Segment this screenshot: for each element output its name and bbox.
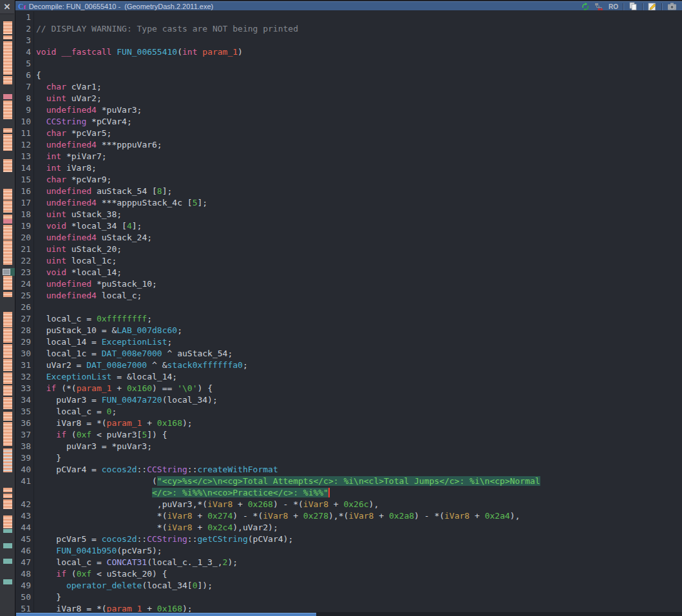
read-only-toggle[interactable]: RO (609, 3, 618, 10)
marker-pink[interactable] (3, 219, 12, 224)
marker-salmon[interactable] (3, 488, 12, 492)
marker-salmon[interactable] (3, 225, 12, 240)
code-line[interactable]: 50 } (15, 592, 682, 603)
close-icon[interactable]: ✕ (0, 0, 14, 14)
code-line[interactable]: 38 puVar3 = *puVar3; (15, 441, 682, 452)
code-line[interactable]: 45 pcVar5 = cocos2d::CCString::getCStrin… (15, 534, 682, 545)
marker-teal[interactable] (3, 529, 12, 533)
code-line[interactable]: 46 FUN_0041b950(pcVar5); (15, 545, 682, 557)
marker-salmon[interactable] (3, 240, 12, 265)
code-line[interactable]: 41 ("<cy>%s</c>\n<cg>Total Attempts</c>:… (15, 476, 682, 487)
code-line[interactable]: 5 (15, 58, 682, 70)
marker-salmonLight[interactable] (3, 448, 12, 472)
code-line[interactable]: 51 iVar8 = *(param_1 + 0x168); (15, 603, 682, 612)
marker-salmon[interactable] (3, 515, 12, 528)
graph-icon[interactable] (594, 3, 604, 11)
marker-salmon[interactable] (3, 372, 12, 384)
code-line[interactable]: 8 uint uVar2; (15, 93, 682, 104)
scrollbar-thumb[interactable] (16, 613, 316, 616)
marker-salmon[interactable] (3, 134, 12, 151)
code-line[interactable]: 29 local_14 = ExceptionList; (15, 336, 682, 348)
code-line[interactable]: 47 local_c = CONCAT31(local_c._1_3_,2); (15, 557, 682, 568)
edit-icon[interactable] (648, 2, 657, 11)
code-line[interactable]: 24 undefined *puStack_10; (15, 278, 682, 290)
code-line[interactable]: 49 operator_delete(local_34[0]); (15, 580, 682, 592)
code-line[interactable]: 43 *(iVar8 + 0x274) - *(iVar8 + 0x278),*… (15, 510, 682, 522)
marker-salmon[interactable] (3, 189, 12, 200)
marker-salmon[interactable] (3, 412, 12, 421)
marker-salmon[interactable] (3, 101, 12, 119)
code-line[interactable]: 34 puVar3 = FUN_0047a720(local_34); (15, 394, 682, 406)
code-line[interactable]: 42 ,puVar3,*(iVar8 + 0x268) - *(iVar8 + … (15, 499, 682, 510)
marker-salmon[interactable] (3, 21, 12, 34)
code-line[interactable]: 22 uint local_1c; (15, 255, 682, 267)
code-line[interactable]: 33 if (*(param_1 + 0x160) == '\0') { (15, 383, 682, 394)
marker-salmon[interactable] (3, 385, 12, 396)
code-line[interactable]: 13 int *piVar7; (15, 151, 682, 162)
marker-salmon[interactable] (3, 499, 12, 509)
code-line[interactable]: 15 char *pcVar9; (15, 174, 682, 186)
marker-pink[interactable] (3, 94, 12, 99)
marker-view[interactable] (10, 268, 15, 276)
marker-thumb[interactable] (3, 269, 10, 275)
decompiled-code[interactable]: 12// DISPLAY WARNING: Type casts are NOT… (15, 10, 682, 612)
code-line[interactable]: 48 if (0xf < uStack_20) { (15, 568, 682, 580)
code-line[interactable]: 25 undefined4 local_c; (15, 290, 682, 302)
marker-teal[interactable] (3, 579, 12, 584)
code-line[interactable]: 27 local_c = 0xffffffff; (15, 313, 682, 325)
horizontal-scrollbar[interactable] (15, 612, 682, 616)
code-line[interactable]: 23 void *local_14; (15, 267, 682, 278)
marker-salmon[interactable] (3, 494, 12, 498)
marker-salmon[interactable] (3, 312, 12, 327)
marker-salmon[interactable] (3, 397, 12, 409)
code-line[interactable]: 14 int iVar8; (15, 162, 682, 174)
code-line[interactable]: 4void __fastcall FUN_00655410(int param_… (15, 46, 682, 58)
code-line[interactable]: 39 } (15, 452, 682, 464)
code-line[interactable]: 37 if (0xf < puVar3[5]) { (15, 429, 682, 441)
code-line[interactable]: 16 undefined auStack_54 [8]; (15, 186, 682, 197)
marker-salmon[interactable] (3, 344, 12, 358)
marker-salmon[interactable] (3, 422, 12, 446)
code-line[interactable]: 17 undefined4 ***apppuStack_4c [5]; (15, 197, 682, 209)
code-line[interactable]: 20 undefined4 uStack_24; (15, 232, 682, 244)
code-line[interactable]: </c>: %i%%\n<co>Practice</c>: %i%%" (15, 487, 682, 499)
code-line[interactable]: 12 undefined4 ***pppuVar6; (15, 139, 682, 151)
code-line[interactable]: 1 (15, 12, 682, 23)
code-line[interactable]: 9 undefined4 *puVar3; (15, 104, 682, 116)
marker-teal[interactable] (3, 543, 12, 548)
code-line[interactable]: 21 uint uStack_20; (15, 244, 682, 255)
code-line[interactable]: 7 char cVar1; (15, 81, 682, 93)
code-line[interactable]: 28 puStack_10 = &LAB_007d8c60; (15, 325, 682, 336)
code-line[interactable]: 10 CCString *pCVar4; (15, 116, 682, 128)
marker-salmon[interactable] (3, 276, 12, 290)
code-line[interactable]: 44 *(iVar8 + 0x2c4),uVar2); (15, 522, 682, 534)
marker-salmon[interactable] (3, 76, 12, 84)
marker-salmon[interactable] (3, 328, 12, 343)
code-line[interactable]: 2// DISPLAY WARNING: Type casts are NOT … (15, 23, 682, 35)
marker-salmon[interactable] (3, 128, 12, 133)
marker-salmon[interactable] (3, 200, 12, 213)
code-line[interactable]: 32 ExceptionList = &local_14; (15, 371, 682, 383)
code-line[interactable]: 19 void *local_34 [4]; (15, 220, 682, 232)
snapshot-icon[interactable] (667, 3, 677, 10)
code-line[interactable]: 3 (15, 35, 682, 46)
marker-salmon[interactable] (3, 292, 12, 297)
code-line[interactable]: 18 uint uStack_38; (15, 209, 682, 220)
code-line[interactable]: 6{ (15, 70, 682, 81)
code-line[interactable]: 11 char *pcVar5; (15, 128, 682, 139)
marker-salmon[interactable] (3, 215, 12, 219)
code-line[interactable]: 30 local_1c = DAT_008e7000 ^ auStack_54; (15, 348, 682, 360)
marker-teal[interactable] (3, 559, 12, 564)
refresh-icon[interactable] (581, 3, 590, 11)
marker-salmon[interactable] (3, 41, 12, 75)
code-line[interactable]: 35 local_c = 0; (15, 406, 682, 418)
marker-salmon[interactable] (3, 159, 12, 172)
marker-salmon[interactable] (3, 35, 12, 39)
code-line[interactable]: 31 uVar2 = DAT_008e7000 ^ &stack0xffffff… (15, 360, 682, 371)
copy-icon[interactable] (629, 2, 638, 11)
marker-salmon[interactable] (3, 359, 12, 371)
code-line[interactable]: 36 iVar8 = *(param_1 + 0x168); (15, 418, 682, 429)
code-line[interactable]: 40 pCVar4 = cocos2d::CCString::createWit… (15, 464, 682, 476)
code-line[interactable]: 26 (15, 302, 682, 313)
marker-lane[interactable] (0, 0, 15, 616)
